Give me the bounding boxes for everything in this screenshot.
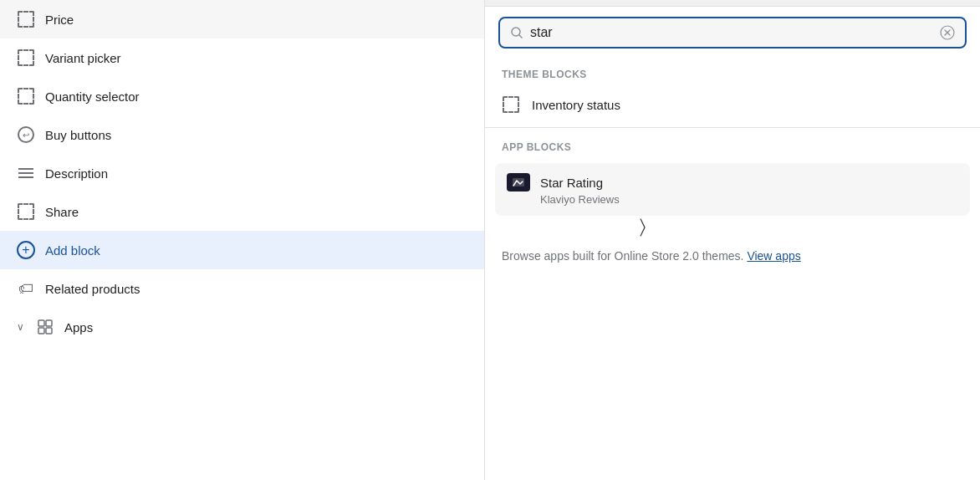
share-icon (17, 202, 35, 221)
app-block-star-rating[interactable]: Star Rating Klaviyo Reviews (495, 163, 970, 216)
star-rating-subtitle: Klaviyo Reviews (507, 193, 958, 206)
klaviyo-app-icon (507, 173, 530, 191)
clear-search-icon[interactable] (940, 25, 955, 40)
sidebar-item-description-label: Description (45, 166, 108, 181)
inventory-status-icon (502, 95, 520, 114)
add-block-icon: + (17, 241, 35, 259)
svg-rect-1 (46, 320, 52, 326)
svg-rect-0 (38, 320, 44, 326)
sidebar-item-price-label: Price (45, 13, 74, 27)
related-products-icon: 🏷 (17, 279, 35, 298)
buy-buttons-icon: ↩ (17, 125, 35, 144)
sidebar-item-add-block-label: Add block (45, 243, 100, 258)
quantity-selector-icon (17, 87, 35, 105)
right-panel: THEME BLOCKS Inventory status APP BLOCKS… (485, 0, 980, 480)
search-input[interactable] (530, 25, 933, 40)
view-apps-link[interactable]: View apps (747, 249, 800, 263)
variant-picker-icon (17, 49, 35, 67)
search-icon (510, 26, 523, 39)
theme-blocks-header: THEME BLOCKS (485, 59, 980, 85)
sidebar-item-apps-label: Apps (64, 320, 93, 334)
sidebar-item-description[interactable]: Description (0, 154, 484, 192)
svg-rect-3 (46, 328, 52, 334)
sidebar-item-related-products-label: Related products (45, 282, 140, 296)
search-wrapper (485, 7, 980, 59)
app-blocks-header: APP BLOCKS (485, 131, 980, 158)
star-rating-name: Star Rating (540, 176, 603, 190)
sidebar-item-share[interactable]: Share (0, 192, 484, 231)
apps-chevron-icon: ∨ (17, 321, 24, 333)
apps-icon (36, 318, 54, 336)
sidebar-item-share-label: Share (45, 205, 79, 219)
sidebar-item-related-products[interactable]: 🏷 Related products (0, 269, 484, 308)
sidebar-item-price[interactable]: Price (0, 0, 484, 38)
sidebar-item-quantity-selector-label: Quantity selector (45, 89, 140, 104)
sidebar-item-variant-picker-label: Variant picker (45, 51, 121, 65)
left-panel: Price Variant picker Quantity selector ↩… (0, 0, 485, 480)
svg-line-5 (519, 35, 522, 38)
divider (485, 127, 980, 128)
sidebar-item-buy-buttons-label: Buy buttons (45, 128, 111, 142)
sidebar-item-buy-buttons[interactable]: ↩ Buy buttons (0, 115, 484, 154)
app-block-header: Star Rating (507, 173, 958, 191)
inventory-status-label: Inventory status (532, 98, 620, 112)
top-border (485, 0, 980, 7)
description-icon (17, 164, 35, 182)
sidebar-item-apps[interactable]: ∨ Apps (0, 308, 484, 346)
sidebar-item-variant-picker[interactable]: Variant picker (0, 38, 484, 77)
sidebar-item-quantity-selector[interactable]: Quantity selector (0, 77, 484, 115)
sidebar-item-add-block[interactable]: + Add block (0, 231, 484, 269)
browse-apps-text: Browse apps built for Online Store 2.0 t… (485, 237, 980, 275)
search-box[interactable] (498, 17, 967, 49)
svg-rect-2 (38, 328, 44, 334)
result-inventory-status[interactable]: Inventory status (485, 85, 980, 124)
price-icon (17, 10, 35, 28)
